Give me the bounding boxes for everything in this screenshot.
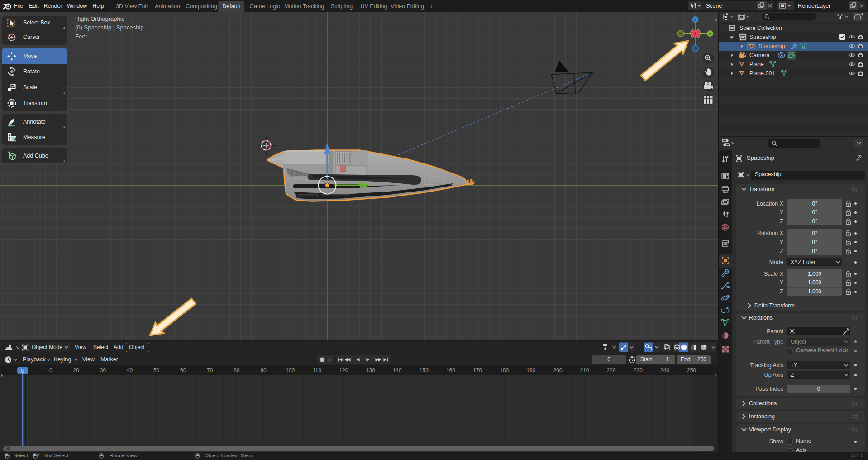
- svg-text:250: 250: [687, 367, 696, 374]
- svg-text:110: 110: [313, 367, 321, 374]
- svg-text:60: 60: [180, 367, 186, 374]
- svg-text:210: 210: [580, 367, 589, 374]
- svg-text:0: 0: [21, 368, 24, 374]
- svg-text:100: 100: [286, 367, 295, 374]
- svg-text:70: 70: [207, 367, 213, 374]
- svg-text:80: 80: [234, 367, 240, 374]
- svg-text:190: 190: [526, 367, 535, 374]
- svg-text:30: 30: [100, 367, 106, 374]
- svg-text:10: 10: [46, 367, 52, 374]
- svg-text:Y: Y: [709, 31, 712, 36]
- svg-text:220: 220: [607, 367, 616, 374]
- svg-text:230: 230: [634, 367, 643, 374]
- svg-text:50: 50: [153, 367, 160, 374]
- svg-text:20: 20: [73, 367, 80, 374]
- svg-text:90: 90: [260, 367, 267, 374]
- svg-text:X: X: [694, 31, 697, 36]
- svg-text:40: 40: [127, 367, 133, 374]
- svg-text:170: 170: [473, 367, 482, 374]
- svg-text:140: 140: [393, 367, 402, 374]
- svg-text:200: 200: [553, 367, 562, 374]
- svg-text:150: 150: [420, 367, 429, 374]
- svg-text:240: 240: [660, 367, 669, 374]
- svg-text:130: 130: [366, 367, 375, 374]
- svg-text:180: 180: [500, 367, 509, 374]
- svg-text:‹: ‹: [715, 372, 717, 377]
- svg-text:Scene: Scene: [706, 3, 722, 9]
- svg-text:120: 120: [339, 367, 348, 374]
- svg-text:RenderLayer: RenderLayer: [798, 3, 830, 9]
- svg-text:160: 160: [446, 367, 455, 374]
- svg-text:Z: Z: [694, 17, 697, 22]
